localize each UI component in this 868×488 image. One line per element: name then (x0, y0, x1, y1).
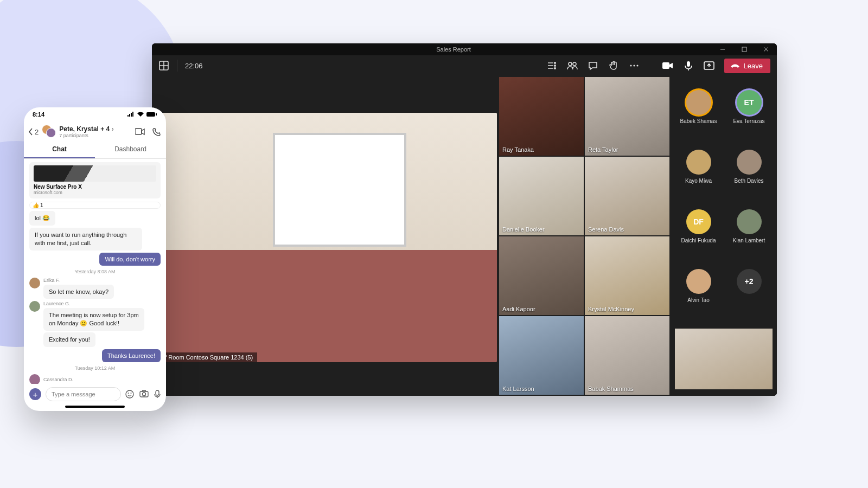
link-thumb (34, 165, 156, 182)
tab-chat[interactable]: Chat (24, 141, 95, 158)
roster-item[interactable]: Babek Shamas (675, 90, 722, 144)
more-icon[interactable] (629, 60, 640, 71)
avatar (686, 90, 711, 115)
layout-icon[interactable] (158, 60, 169, 71)
audio-call-icon[interactable] (152, 128, 161, 136)
msg-in[interactable]: The meeting is now setup for 3pm on Mond… (43, 308, 144, 331)
mic-toggle-icon[interactable] (683, 60, 694, 71)
raise-hand-icon[interactable] (608, 60, 619, 71)
roster-name: Beth Davies (735, 178, 764, 184)
svg-rect-0 (146, 112, 155, 117)
pinned-room-video[interactable]: nf Room Contoso Square 1234 (5) (157, 113, 497, 362)
overflow-count: +2 (737, 269, 762, 294)
svg-point-17 (633, 65, 635, 67)
tile-label: Babak Shammas (588, 386, 634, 392)
svg-point-18 (636, 65, 638, 67)
mic-icon[interactable] (154, 390, 161, 399)
svg-point-16 (630, 65, 631, 67)
window-title: Sales Report (195, 46, 712, 53)
window-close[interactable] (755, 47, 777, 52)
roster-overflow[interactable]: +2 (725, 269, 773, 323)
svg-point-12 (554, 65, 555, 66)
reaction-chip[interactable]: 👍 1 (29, 202, 161, 209)
back-count: 2 (35, 128, 39, 136)
msg-out[interactable]: Will do, don't worry (99, 253, 161, 266)
meeting-window: Sales Report 22:06 Leave (152, 43, 777, 396)
message-input[interactable]: Type a message (46, 387, 121, 401)
avatar (737, 150, 762, 175)
tile-label: Kat Larsson (502, 386, 534, 392)
tile-label: Krystal McKinney (588, 306, 634, 312)
avatar: DF (686, 209, 711, 234)
svg-rect-9 (742, 47, 746, 52)
msg-in[interactable]: If you want to run anything through with… (29, 228, 142, 251)
window-minimize[interactable] (712, 47, 733, 52)
video-tile[interactable]: Aadi Kapoor (499, 236, 584, 315)
timestamp: Yesterday 8:08 AM (29, 269, 161, 274)
roster-item[interactable]: Kian Lambert (725, 209, 773, 264)
roster-name: Daichi Fukuda (681, 237, 716, 243)
msg-in[interactable]: lol 😂 (29, 211, 55, 226)
svg-rect-20 (687, 61, 690, 67)
chat-title: Pete, Krystal + 4 (59, 125, 110, 133)
avatar[interactable] (29, 278, 40, 288)
emoji-icon[interactable] (125, 390, 134, 399)
wifi-icon (137, 112, 144, 117)
video-tile[interactable]: Serena Davis (585, 157, 669, 235)
svg-point-3 (126, 390, 133, 398)
avatar (686, 269, 711, 294)
video-tile[interactable]: Babak Shammas (585, 316, 669, 395)
link-card[interactable]: New Surface Pro X microsoft.com (29, 162, 161, 198)
roster-item[interactable]: Alvin Tao (675, 269, 722, 323)
compose-add-button[interactable]: + (29, 388, 41, 400)
tile-label: Serena Davis (588, 226, 624, 233)
video-tile[interactable]: Kat Larsson (499, 316, 584, 395)
room-label: nf Room Contoso Square 1234 (5) (157, 352, 257, 362)
video-tile[interactable]: Danielle Booker (499, 157, 584, 235)
svg-point-13 (554, 68, 555, 69)
msg-in[interactable]: Excited for you! (43, 332, 95, 347)
window-maximize[interactable] (733, 47, 755, 52)
video-tile[interactable] (675, 329, 773, 389)
chat-subtitle: 7 participants (59, 133, 132, 138)
msg-out[interactable]: Thanks Laurence! (102, 349, 161, 362)
svg-point-5 (131, 393, 132, 394)
leave-button[interactable]: Leave (724, 59, 770, 73)
roster-item[interactable]: ETEva Terrazas (725, 90, 773, 144)
svg-point-7 (143, 393, 146, 396)
video-call-icon[interactable] (135, 128, 145, 136)
camera-toggle-icon[interactable] (662, 60, 673, 71)
share-screen-icon[interactable] (704, 60, 714, 71)
tab-dashboard[interactable]: Dashboard (95, 141, 166, 158)
sender-name: Cassandra D. (43, 377, 73, 382)
avatar[interactable] (29, 301, 40, 312)
chat-icon[interactable] (588, 60, 598, 71)
sender-name: Laurence G. (43, 301, 161, 306)
avatar[interactable] (29, 374, 40, 384)
video-tile[interactable]: Reta Taylor (585, 77, 669, 156)
camera-icon[interactable] (139, 390, 149, 397)
phone-mockup: 8:14 2 Pete, Krystal + 4 › 7 participant… (24, 107, 166, 411)
people-icon[interactable] (567, 60, 578, 71)
video-tile[interactable]: Ray Tanaka (499, 77, 584, 156)
svg-point-14 (569, 62, 572, 66)
video-tile[interactable]: Krystal McKinney (585, 236, 669, 315)
link-title: New Surface Pro X (34, 184, 156, 190)
msg-in[interactable]: So let me know, okay? (43, 285, 114, 299)
home-indicator[interactable] (65, 406, 125, 408)
phone-time: 8:14 (33, 111, 44, 118)
link-source: microsoft.com (34, 190, 156, 195)
avatar: ET (737, 90, 762, 115)
tile-label: Aadi Kapoor (502, 306, 535, 312)
chat-title-block[interactable]: Pete, Krystal + 4 › 7 participants (59, 125, 132, 138)
group-avatars[interactable] (42, 125, 56, 139)
roster-name: Babek Shamas (680, 118, 717, 124)
avatar (686, 150, 711, 175)
roster-item[interactable]: DFDaichi Fukuda (675, 209, 722, 264)
roster-name: Alvin Tao (687, 297, 709, 303)
back-button[interactable]: 2 (28, 128, 39, 136)
participants-list-icon[interactable] (546, 60, 557, 71)
roster-item[interactable]: Kayo Miwa (675, 150, 722, 204)
roster-item[interactable]: Beth Davies (725, 150, 773, 204)
roster-name: Kayo Miwa (685, 178, 712, 184)
